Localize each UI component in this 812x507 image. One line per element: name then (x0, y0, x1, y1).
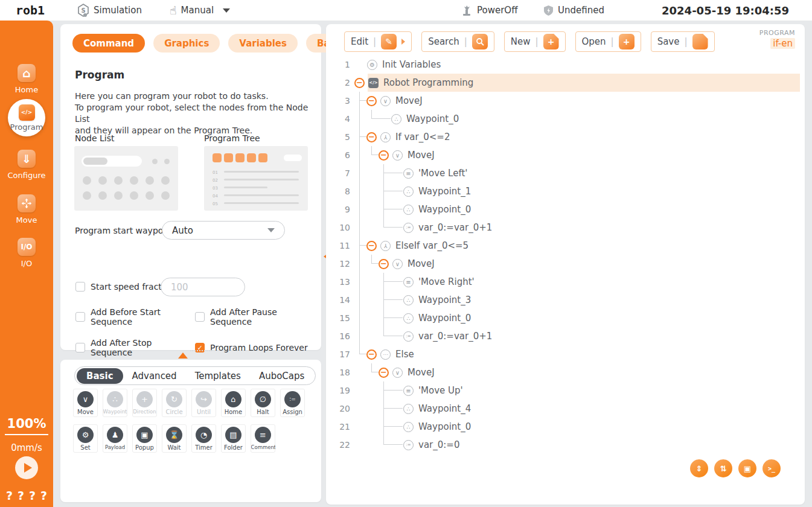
sidebar-item-io[interactable]: I/OI/O (0, 238, 53, 268)
power-status[interactable]: PowerOff (461, 0, 518, 21)
collapse-all-button[interactable]: ⇅ (714, 459, 732, 477)
collapse-button[interactable]: − (366, 96, 377, 106)
tree-row-label: 'Move Up' (418, 385, 463, 396)
start-waypoint-dropdown[interactable]: Auto (162, 221, 285, 240)
waypoint-node-icon: ∴ (403, 422, 414, 432)
tab-graphics[interactable]: Graphics (153, 34, 220, 53)
tree-row-12[interactable]: 12−∨MoveJ (337, 255, 800, 273)
tree-row-body: ∨MoveJ (392, 363, 800, 381)
collapse-button[interactable]: − (366, 349, 377, 360)
program-icon: </> (19, 104, 35, 121)
simulation-status[interactable]: S Simulation (77, 0, 142, 21)
node-assign-button[interactable]: :=Assign (280, 389, 305, 417)
console-button[interactable]: >_ (762, 459, 781, 477)
node-label: Popup (135, 444, 154, 451)
start-speed-input[interactable] (161, 278, 245, 296)
node-comment-button[interactable]: ≡Comment (251, 424, 275, 453)
tree-row-14[interactable]: 14∴Waypoint_3 (337, 291, 800, 309)
edit-button[interactable]: Edit|✎ (344, 31, 412, 52)
help-question-4[interactable]: ? (40, 489, 47, 502)
tree-row-20[interactable]: 20∴Waypoint_4 (337, 400, 800, 418)
tree-row-6[interactable]: 6−∨MoveJ (337, 146, 800, 164)
start-speed-checkbox[interactable]: Start speed fraction (75, 282, 174, 292)
checkbox-add-after-stop-sequence[interactable]: Add After Stop Sequence (75, 338, 195, 357)
checkbox-icon[interactable] (75, 343, 85, 352)
checkbox-icon[interactable] (75, 282, 85, 292)
collapse-button[interactable]: − (354, 78, 365, 88)
tree-row-4[interactable]: 4∴Waypoint_0 (337, 110, 800, 128)
tree-row-2[interactable]: 2−</>Robot Programming (337, 74, 800, 92)
sidebar-item-configure[interactable]: ⇓Configure (0, 150, 53, 180)
tree-row-1[interactable]: 1⚙Init Variables (337, 56, 800, 74)
wait-icon: ⌛ (166, 427, 182, 443)
sidebar-item-home[interactable]: ⌂Home (0, 64, 53, 94)
safety-status[interactable]: Undefined (543, 0, 604, 21)
sidebar-item-program[interactable]: </>Program (8, 99, 45, 136)
tree-row-16[interactable]: 16:=var_0:=var_0+1 (337, 327, 800, 345)
tree-row-9[interactable]: 9∴Waypoint_0 (337, 200, 800, 218)
mode-selector[interactable]: ☝ Manual (170, 0, 230, 21)
node-home-button[interactable]: ⌂Home (221, 389, 246, 417)
checkbox-program-loops-forever[interactable]: ✓Program Loops Forever (195, 338, 316, 357)
line-number: 15 (337, 313, 350, 323)
new-button[interactable]: New|+ (504, 31, 566, 52)
search-button[interactable]: Search| (421, 31, 494, 52)
checkbox-add-before-start-sequence[interactable]: Add Before Start Sequence (75, 307, 195, 327)
tree-row-22[interactable]: 22:=var_0:=0 (337, 436, 800, 454)
collapse-button[interactable]: − (379, 368, 389, 378)
line-number: 22 (337, 440, 350, 450)
horizontal-splitter-handle[interactable] (178, 352, 188, 359)
collapse-button[interactable]: − (379, 150, 389, 161)
node-halt-button[interactable]: ∅Halt (251, 389, 275, 417)
tree-guide (366, 418, 379, 436)
focus-view-button[interactable]: ▣ (738, 459, 756, 477)
tree-row-3[interactable]: 3−∨MoveJ (337, 92, 800, 110)
collapse-button[interactable]: − (366, 241, 377, 251)
help-question-3[interactable]: ? (29, 489, 36, 502)
program-name[interactable]: if-en (770, 38, 795, 49)
tab-templates[interactable]: Templates (186, 368, 250, 384)
node-move-button[interactable]: ∨Move (73, 389, 98, 417)
node-payload-button[interactable]: ♟Payload (103, 424, 127, 453)
play-button[interactable] (15, 456, 38, 479)
node-set-button[interactable]: ⚙Set (73, 424, 98, 453)
tree-row-15[interactable]: 15∴Waypoint_0 (337, 309, 800, 327)
comment-icon: ≡ (255, 427, 271, 443)
checkbox-icon[interactable] (195, 312, 205, 322)
node-popup-button[interactable]: ▣Popup (132, 424, 157, 453)
tab-advanced[interactable]: Advanced (123, 368, 186, 384)
tree-row-19[interactable]: 19≡'Move Up' (337, 381, 800, 400)
tree-row-10[interactable]: 10:=var_0:=var_0+1 (337, 218, 800, 237)
move-icon: ∨ (77, 391, 94, 407)
sidebar-item-move[interactable]: Move (0, 194, 53, 225)
save-button[interactable]: Save| (651, 31, 715, 52)
tree-row-8[interactable]: 8∴Waypoint_1 (337, 182, 800, 200)
expand-all-button[interactable]: ⇕ (690, 459, 708, 477)
checkbox-icon[interactable] (75, 312, 85, 322)
line-number: 4 (337, 114, 350, 124)
tree-guide (354, 182, 366, 200)
tab-basic[interactable]: Basic (77, 368, 123, 384)
init-node-icon: ⚙ (367, 60, 377, 70)
tree-row-17[interactable]: 17−⋯Else (337, 345, 800, 363)
node-timer-button[interactable]: ◔Timer (191, 424, 216, 453)
open-button[interactable]: Open|+ (575, 31, 641, 52)
tree-row-13[interactable]: 13≡'Move Right' (337, 273, 800, 291)
tree-row-5[interactable]: 5−YIf var_0<=2 (337, 128, 800, 146)
help-question-2[interactable]: ? (18, 489, 24, 502)
tab-command[interactable]: Command (72, 34, 145, 53)
collapse-button[interactable]: − (366, 132, 377, 142)
checkbox-add-after-pause-sequence[interactable]: Add After Pause Sequence (195, 307, 316, 327)
tree-row-21[interactable]: 21∴Waypoint_0 (337, 418, 800, 436)
tree-row-11[interactable]: 11−YElseIf var_0<=5 (337, 237, 800, 255)
tree-guide (366, 110, 379, 128)
tree-row-7[interactable]: 7≡'Move Left' (337, 164, 800, 182)
node-folder-button[interactable]: ▤Folder (221, 424, 246, 453)
collapse-button[interactable]: − (379, 259, 389, 269)
tab-aubocaps[interactable]: AuboCaps (250, 368, 313, 384)
node-wait-button[interactable]: ⌛Wait (162, 424, 187, 453)
tab-variables[interactable]: Variables (228, 34, 298, 53)
help-question-1[interactable]: ? (6, 489, 13, 502)
speed-percent[interactable]: 100% (5, 416, 49, 435)
tree-row-18[interactable]: 18−∨MoveJ (337, 363, 800, 381)
